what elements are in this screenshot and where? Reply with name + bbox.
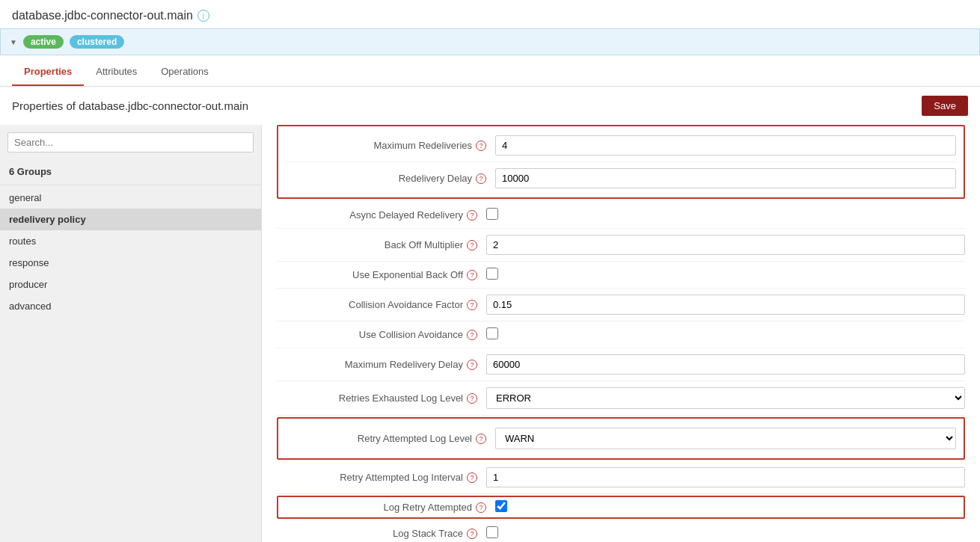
page-title: database.jdbc-connector-out.main xyxy=(12,9,193,22)
help-icon-retries-exhausted[interactable]: ? xyxy=(467,393,477,404)
field-async-delayed: Async Delayed Redelivery ? xyxy=(277,202,965,229)
highlight-group-top: Maximum Redeliveries ? Redelivery Delay … xyxy=(277,125,965,199)
label-retry-attempted-log-interval: Retry Attempted Log Interval xyxy=(340,472,463,483)
help-icon-log-stack-trace[interactable]: ? xyxy=(467,529,477,539)
checkbox-log-retry-attempted[interactable] xyxy=(495,500,507,512)
tab-operations[interactable]: Operations xyxy=(149,58,221,86)
tab-attributes[interactable]: Attributes xyxy=(84,58,149,86)
checkbox-use-collision[interactable] xyxy=(486,327,498,339)
select-retry-attempted-log-level[interactable]: WARN ERROR INFO DEBUG TRACE xyxy=(495,428,956,449)
chevron-down-icon[interactable]: ▼ xyxy=(10,38,17,46)
highlight-log-retry-attempted: Log Retry Attempted ? xyxy=(277,496,965,519)
input-back-off-multiplier[interactable] xyxy=(486,235,965,255)
label-max-redelivery-delay: Maximum Redelivery Delay xyxy=(345,359,463,370)
help-icon-redelivery-delay[interactable]: ? xyxy=(476,173,486,184)
sidebar-item-response[interactable]: response xyxy=(0,252,261,274)
checkbox-async-delayed[interactable] xyxy=(486,208,498,220)
label-log-retry-attempted: Log Retry Attempted xyxy=(383,502,472,513)
main-content: 6 Groups general redelivery policy route… xyxy=(0,125,980,542)
input-collision-factor[interactable] xyxy=(486,295,965,315)
field-retry-attempted-log-interval: Retry Attempted Log Interval ? xyxy=(277,461,965,494)
field-collision-factor: Collision Avoidance Factor ? xyxy=(277,289,965,321)
page-title-info-icon[interactable]: i xyxy=(197,10,209,22)
input-max-redeliveries[interactable] xyxy=(495,135,956,155)
label-back-off-multiplier: Back Off Multiplier xyxy=(385,239,463,250)
label-max-redeliveries: Maximum Redeliveries xyxy=(374,140,472,151)
badge-clustered: clustered xyxy=(70,35,124,49)
select-retries-exhausted[interactable]: ERROR WARN INFO DEBUG TRACE xyxy=(486,387,965,409)
badge-active: active xyxy=(23,35,64,49)
help-icon-exponential[interactable]: ? xyxy=(467,270,477,280)
label-use-collision: Use Collision Avoidance xyxy=(359,329,463,340)
label-retry-attempted-log-level: Retry Attempted Log Level xyxy=(358,433,472,444)
field-max-redelivery-delay: Maximum Redelivery Delay ? xyxy=(277,348,965,381)
sidebar-groups-label: 6 Groups xyxy=(0,160,261,183)
sidebar-item-general[interactable]: general xyxy=(0,187,261,209)
help-icon-max-redelivery-delay[interactable]: ? xyxy=(467,360,477,370)
sidebar-item-advanced[interactable]: advanced xyxy=(0,295,261,317)
search-input[interactable] xyxy=(7,132,254,153)
sidebar-divider xyxy=(0,185,261,185)
field-use-collision: Use Collision Avoidance ? xyxy=(277,321,965,348)
label-use-exponential: Use Exponential Back Off xyxy=(352,269,463,280)
tab-properties[interactable]: Properties xyxy=(12,58,84,86)
page-title-bar: database.jdbc-connector-out.main i xyxy=(0,0,980,28)
help-icon-back-off[interactable]: ? xyxy=(467,240,477,250)
form-area: Maximum Redeliveries ? Redelivery Delay … xyxy=(262,125,980,542)
sidebar-item-producer[interactable]: producer xyxy=(0,274,261,295)
tab-bar: Properties Attributes Operations xyxy=(0,58,980,87)
sidebar-item-redelivery-policy[interactable]: redelivery policy xyxy=(0,209,261,230)
sidebar-item-routes[interactable]: routes xyxy=(0,230,261,252)
field-back-off-multiplier: Back Off Multiplier ? xyxy=(277,229,965,262)
status-bar: ▼ active clustered xyxy=(0,28,980,55)
help-icon-retry-attempted[interactable]: ? xyxy=(476,434,486,444)
help-icon-collision-factor[interactable]: ? xyxy=(467,300,477,310)
label-redelivery-delay: Redelivery Delay xyxy=(399,173,472,184)
properties-title: Properties of database.jdbc-connector-ou… xyxy=(12,99,248,112)
help-icon-max-redeliveries[interactable]: ? xyxy=(476,141,486,151)
properties-header: Properties of database.jdbc-connector-ou… xyxy=(0,87,980,125)
field-retries-exhausted-log: Retries Exhausted Log Level ? ERROR WARN… xyxy=(277,381,965,416)
help-icon-async-delayed[interactable]: ? xyxy=(467,210,477,221)
field-use-exponential: Use Exponential Back Off ? xyxy=(277,262,965,289)
help-icon-log-retry[interactable]: ? xyxy=(476,502,486,513)
label-log-stack-trace: Log Stack Trace xyxy=(393,528,463,539)
label-collision-factor: Collision Avoidance Factor xyxy=(349,299,463,310)
label-retries-exhausted: Retries Exhausted Log Level xyxy=(339,392,463,404)
input-redelivery-delay[interactable] xyxy=(495,168,956,188)
checkbox-use-exponential[interactable] xyxy=(486,268,498,280)
input-max-redelivery-delay[interactable] xyxy=(486,354,965,375)
highlight-retry-attempted-log-level: Retry Attempted Log Level ? WARN ERROR I… xyxy=(277,417,965,460)
checkbox-log-stack-trace[interactable] xyxy=(486,526,498,538)
field-max-redeliveries: Maximum Redeliveries ? xyxy=(286,129,956,162)
help-icon-retry-interval[interactable]: ? xyxy=(467,472,477,483)
field-log-stack-trace: Log Stack Trace ? xyxy=(277,520,965,542)
label-async-delayed: Async Delayed Redelivery xyxy=(349,209,463,221)
sidebar: 6 Groups general redelivery policy route… xyxy=(0,125,262,542)
input-retry-attempted-log-interval[interactable] xyxy=(486,467,965,487)
field-retry-attempted-log-level: Retry Attempted Log Level ? WARN ERROR I… xyxy=(286,422,956,455)
save-button[interactable]: Save xyxy=(922,96,968,116)
sidebar-search-container xyxy=(7,132,254,153)
help-icon-use-collision[interactable]: ? xyxy=(467,330,477,340)
field-redelivery-delay: Redelivery Delay ? xyxy=(286,162,956,194)
